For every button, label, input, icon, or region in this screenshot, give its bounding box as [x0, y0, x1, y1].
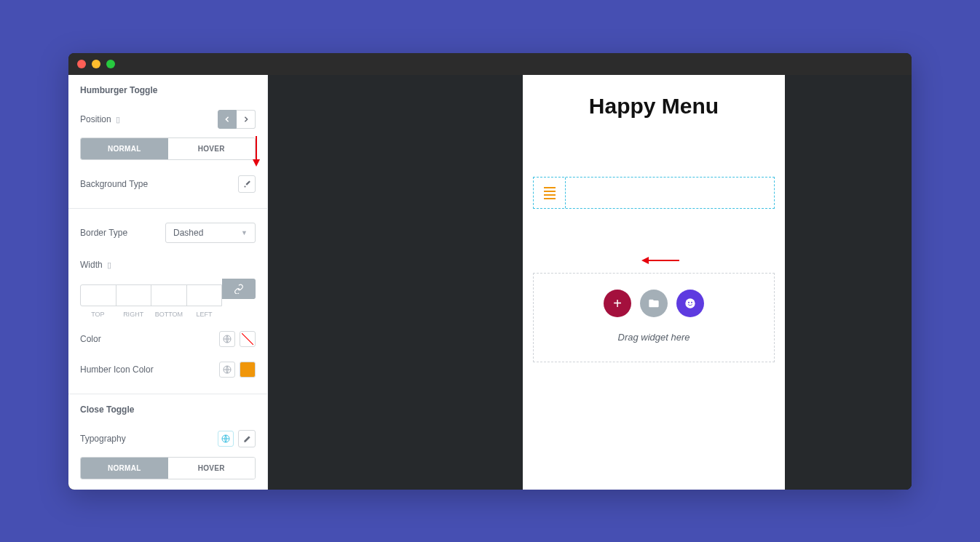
typography-label: Typography	[80, 434, 126, 444]
width-bottom-caption: BOTTOM	[151, 311, 187, 318]
add-widget-button[interactable]: +	[604, 290, 631, 317]
tab-hover[interactable]: HOVER	[168, 138, 256, 159]
annotation-arrow-icon	[250, 135, 262, 168]
svg-point-5	[691, 302, 692, 303]
titlebar	[68, 53, 912, 75]
folder-widget-button[interactable]	[640, 290, 668, 317]
tab-normal[interactable]: NORMAL	[81, 138, 168, 159]
width-top-input[interactable]	[81, 285, 116, 306]
nav-menu-widget[interactable]	[533, 177, 775, 209]
typography-global-button[interactable]	[218, 431, 234, 447]
border-type-select[interactable]: Dashed ▼	[165, 223, 256, 243]
annotation-arrow-icon	[640, 256, 681, 265]
color-swatch[interactable]	[240, 331, 256, 347]
width-left-input[interactable]	[187, 285, 222, 306]
minimize-dot-icon[interactable]	[92, 60, 100, 68]
width-left-caption: LEFT	[186, 311, 222, 318]
icon-color-label: Humber Icon Color	[80, 364, 154, 375]
typography-edit-button[interactable]	[238, 430, 256, 447]
icon-color-swatch[interactable]	[240, 362, 256, 378]
border-type-label: Border Type	[80, 228, 127, 238]
color-global-button[interactable]	[219, 331, 235, 347]
drag-widget-text: Drag widget here	[534, 332, 774, 343]
close-dot-icon[interactable]	[77, 60, 86, 68]
device-icon[interactable]: ▯	[116, 115, 120, 124]
svg-point-3	[685, 298, 695, 308]
position-left-button[interactable]	[218, 110, 237, 129]
svg-marker-9	[641, 257, 649, 264]
width-bottom-input[interactable]	[151, 285, 187, 306]
bg-type-label: Background Type	[80, 179, 148, 189]
hamburger-toggle-heading: Humburger Toggle	[80, 85, 256, 95]
preview-canvas: Happy Menu +	[268, 75, 912, 490]
maximize-dot-icon[interactable]	[106, 60, 115, 68]
app-window: Humburger Toggle Position ▯	[68, 53, 912, 490]
close-state-tabs: NORMAL HOVER	[80, 457, 256, 479]
width-link-button[interactable]	[222, 279, 256, 299]
width-label: Width ▯	[80, 260, 111, 270]
width-right-caption: RIGHT	[116, 311, 151, 318]
mobile-preview: Happy Menu +	[523, 75, 785, 490]
close-tab-normal[interactable]: NORMAL	[81, 458, 168, 479]
bg-type-brush-button[interactable]	[238, 175, 256, 193]
state-tabs: NORMAL HOVER	[80, 138, 256, 160]
hamburger-icon	[544, 187, 556, 199]
widget-drop-zone[interactable]: + Drag widget here	[533, 273, 775, 362]
width-top-caption: TOP	[80, 311, 116, 318]
svg-point-4	[688, 302, 689, 303]
sidebar-collapse-handle[interactable]	[267, 283, 268, 316]
style-sidebar: Humburger Toggle Position ▯	[68, 75, 268, 490]
position-right-button[interactable]	[237, 110, 256, 129]
close-tab-hover[interactable]: HOVER	[168, 458, 256, 479]
device-icon[interactable]: ▯	[107, 260, 111, 270]
hamburger-toggle-button[interactable]	[534, 178, 566, 208]
content-area: Humburger Toggle Position ▯	[68, 75, 912, 490]
width-right-input[interactable]	[116, 285, 152, 306]
favorites-widget-button[interactable]	[676, 290, 704, 317]
svg-marker-7	[253, 159, 260, 167]
close-toggle-heading: Close Toggle	[80, 404, 256, 415]
color-label: Color	[80, 334, 101, 344]
icon-color-global-button[interactable]	[219, 362, 235, 378]
position-label: Position ▯	[80, 114, 120, 124]
page-title: Happy Menu	[523, 94, 785, 119]
